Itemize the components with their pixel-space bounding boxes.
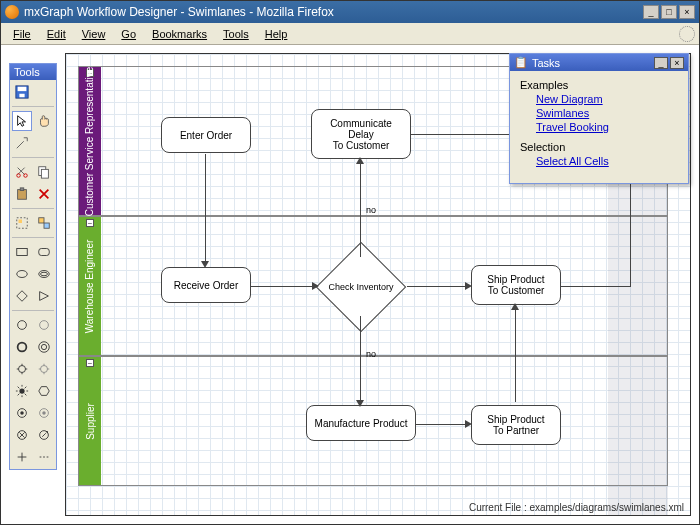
svg-rect-11 xyxy=(39,218,44,223)
shape-circle2-icon[interactable] xyxy=(34,315,54,335)
shape-roundrect-icon[interactable] xyxy=(34,242,54,262)
paste-icon[interactable] xyxy=(12,184,32,204)
shape-sun-icon[interactable] xyxy=(12,381,32,401)
menu-view[interactable]: View xyxy=(74,26,114,42)
copy-icon[interactable] xyxy=(34,162,54,182)
menu-file[interactable]: File xyxy=(5,26,39,42)
arrow-icon xyxy=(312,282,319,290)
edge xyxy=(250,286,314,287)
shape-gear-icon[interactable] xyxy=(12,359,32,379)
shape-dbl-circle-icon[interactable] xyxy=(34,337,54,357)
lane-toggle-icon[interactable]: − xyxy=(86,219,94,227)
tools-panel[interactable]: Tools xyxy=(9,63,57,470)
shape-rect-icon[interactable] xyxy=(12,242,32,262)
lane-csr-header[interactable]: − Customer Service Representative xyxy=(79,67,101,215)
tasks-close-button[interactable]: × xyxy=(670,57,684,69)
separator xyxy=(12,310,54,311)
separator xyxy=(12,237,54,238)
tasks-minimize-button[interactable]: _ xyxy=(654,57,668,69)
separator xyxy=(12,157,54,158)
arrow-icon xyxy=(465,282,472,290)
tasks-panel[interactable]: 📋 Tasks _ × Examples New Diagram Swimlan… xyxy=(509,53,689,184)
svg-rect-13 xyxy=(17,249,28,256)
delete-icon[interactable] xyxy=(34,184,54,204)
link-travel-booking[interactable]: Travel Booking xyxy=(536,121,678,133)
svg-rect-10 xyxy=(19,220,23,224)
arrow-icon xyxy=(356,400,364,407)
node-ship-partner[interactable]: Ship Product To Partner xyxy=(471,405,561,445)
link-swimlanes[interactable]: Swimlanes xyxy=(536,107,678,119)
link-select-all[interactable]: Select All Cells xyxy=(536,155,678,167)
tasks-examples-heading: Examples xyxy=(520,79,678,91)
separator xyxy=(12,106,54,107)
tools-body xyxy=(10,80,56,469)
svg-rect-2 xyxy=(19,94,24,98)
shape-bold-circle-icon[interactable] xyxy=(12,337,32,357)
lane-we-label: Warehouse Engineer xyxy=(85,239,96,333)
shape-rhombus-icon[interactable] xyxy=(12,286,32,306)
shape-star2-icon[interactable] xyxy=(34,403,54,423)
tasks-panel-title[interactable]: 📋 Tasks _ × xyxy=(510,54,688,71)
svg-point-24 xyxy=(41,366,48,373)
shape-cancel-icon[interactable] xyxy=(12,425,32,445)
node-communicate-delay[interactable]: Communicate Delay To Customer xyxy=(311,109,411,159)
svg-point-19 xyxy=(40,321,49,330)
connect-icon[interactable] xyxy=(12,133,32,153)
node-check-inventory[interactable]: Check Inventory xyxy=(316,262,406,312)
pan-icon[interactable] xyxy=(34,111,54,131)
window-titlebar: mxGraph Workflow Designer - Swimlanes - … xyxy=(1,1,699,23)
lane-sup-label: Supplier xyxy=(85,403,96,440)
lane-csr-label: Customer Service Representative xyxy=(85,66,96,216)
node-receive-order[interactable]: Receive Order xyxy=(161,267,251,303)
separator xyxy=(12,208,54,209)
svg-point-25 xyxy=(19,388,24,393)
shape-plus-icon[interactable] xyxy=(12,447,32,467)
edge xyxy=(415,424,467,425)
svg-rect-14 xyxy=(39,249,50,256)
maximize-button[interactable]: □ xyxy=(661,5,677,19)
svg-point-20 xyxy=(18,343,27,352)
window-title: mxGraph Workflow Designer - Swimlanes - … xyxy=(24,5,641,19)
svg-rect-7 xyxy=(18,190,27,200)
svg-point-27 xyxy=(20,411,24,415)
node-manufacture[interactable]: Manufacture Product xyxy=(306,405,416,441)
shape-gear2-icon[interactable] xyxy=(34,359,54,379)
node-enter-order[interactable]: Enter Order xyxy=(161,117,251,153)
svg-point-18 xyxy=(18,321,27,330)
link-new-diagram[interactable]: New Diagram xyxy=(536,93,678,105)
shape-doublellipse-icon[interactable] xyxy=(34,264,54,284)
lane-we-header[interactable]: − Warehouse Engineer xyxy=(79,217,101,355)
edge xyxy=(515,308,516,402)
svg-point-22 xyxy=(41,344,46,349)
lane-sup-header[interactable]: − Supplier xyxy=(79,357,101,485)
close-button[interactable]: × xyxy=(679,5,695,19)
shape-link-icon[interactable] xyxy=(34,425,54,445)
shape-circle-icon[interactable] xyxy=(12,315,32,335)
edge-label-no: no xyxy=(366,205,376,215)
cut-icon[interactable] xyxy=(12,162,32,182)
group-icon[interactable] xyxy=(12,213,32,233)
ungroup-icon[interactable] xyxy=(34,213,54,233)
lane-toggle-icon[interactable]: − xyxy=(86,359,94,367)
shape-dash-icon[interactable] xyxy=(34,447,54,467)
throbber-icon xyxy=(679,26,695,42)
lane-supplier[interactable]: − Supplier Manufacture Product Ship Prod… xyxy=(78,356,668,486)
menu-edit[interactable]: Edit xyxy=(39,26,74,42)
minimize-button[interactable]: _ xyxy=(643,5,659,19)
menu-bookmarks[interactable]: Bookmarks xyxy=(144,26,215,42)
tools-panel-title: Tools xyxy=(10,64,56,80)
menu-tools[interactable]: Tools xyxy=(215,26,257,42)
menu-go[interactable]: Go xyxy=(113,26,144,42)
menu-help[interactable]: Help xyxy=(257,26,296,42)
shape-hexagon-icon[interactable] xyxy=(34,381,54,401)
pointer-icon[interactable] xyxy=(12,111,32,131)
shape-ellipse-icon[interactable] xyxy=(12,264,32,284)
shape-triangle-icon[interactable] xyxy=(34,286,54,306)
edge xyxy=(560,286,630,287)
shape-star-icon[interactable] xyxy=(12,403,32,423)
edge xyxy=(407,286,467,287)
save-icon[interactable] xyxy=(12,82,32,102)
svg-point-21 xyxy=(39,342,50,353)
firefox-icon xyxy=(5,5,19,19)
node-ship-customer[interactable]: Ship Product To Customer xyxy=(471,265,561,305)
